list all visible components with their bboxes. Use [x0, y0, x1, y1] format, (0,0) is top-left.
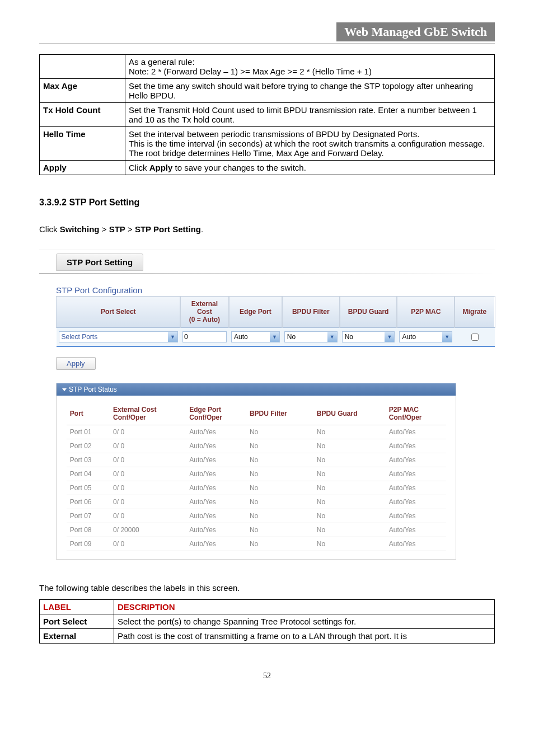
chevron-down-icon: ▼	[442, 332, 452, 342]
param-desc: Click Apply to save your changes to the …	[125, 161, 495, 175]
status-banner[interactable]: STP Port Status	[57, 383, 456, 396]
cell-guard: No	[313, 467, 386, 481]
param-label: Tx Hold Count	[40, 103, 125, 127]
cell-edge: Auto/Yes	[186, 439, 246, 453]
col-bpdu-guard: BPDU Guard	[340, 297, 397, 328]
bpdu-filter-select[interactable]: No ▼	[284, 331, 338, 342]
cell-ext: 0/ 0	[110, 453, 186, 467]
apply-button[interactable]: Apply	[56, 357, 96, 370]
tab-underline	[39, 273, 495, 274]
cell-port: Port 05	[67, 481, 110, 495]
desc-label: Port Select	[40, 614, 114, 629]
col-guard: BPDU Guard	[313, 402, 386, 425]
port-select-dropdown[interactable]: Select Ports ▼	[59, 331, 178, 342]
cell-p2p: Auto/Yes	[386, 467, 446, 481]
screenshot: STP Port Setting STP Port Configuration …	[39, 250, 495, 565]
cell-guard: No	[313, 425, 386, 439]
desc-text: Path cost is the cost of transmitting a …	[114, 629, 495, 644]
bpdu-guard-select[interactable]: No ▼	[342, 331, 395, 342]
page-header-title: Web Managed GbE Switch	[336, 22, 495, 41]
cell-port: Port 01	[67, 425, 110, 439]
cell-filter: No	[246, 509, 313, 523]
cell-port: Port 09	[67, 537, 110, 551]
cell-ext: 0/ 20000	[110, 523, 186, 537]
cell-guard: No	[313, 523, 386, 537]
header-rule	[39, 44, 495, 44]
status-panel: STP Port Status Port External Cost Conf/…	[56, 383, 456, 560]
cell-guard: No	[313, 509, 386, 523]
cell-guard: No	[313, 481, 386, 495]
param-desc: Set the Transmit Hold Count used to limi…	[125, 103, 495, 127]
cell-edge: Auto/Yes	[186, 495, 246, 509]
cell-p2p: Auto/Yes	[386, 439, 446, 453]
page-number: 52	[39, 672, 495, 680]
desc-h-label: LABEL	[40, 600, 114, 614]
cell-ext: 0/ 0	[110, 537, 186, 551]
col-filter: BPDU Filter	[246, 402, 313, 425]
cell-port: Port 04	[67, 467, 110, 481]
config-subtitle: STP Port Configuration	[56, 285, 495, 295]
section-heading: 3.3.9.2 STP Port Setting	[39, 198, 495, 208]
table-row: Port 050/ 0Auto/YesNoNoAuto/Yes	[67, 481, 446, 495]
migrate-checkbox[interactable]	[471, 334, 479, 341]
param-label	[40, 55, 125, 79]
table-row: Port 070/ 0Auto/YesNoNoAuto/Yes	[67, 509, 446, 523]
after-text: The following table describes the labels…	[39, 583, 495, 593]
desc-label: External	[40, 629, 114, 644]
cell-edge: Auto/Yes	[186, 481, 246, 495]
cell-p2p: Auto/Yes	[386, 537, 446, 551]
desc-h-desc: DESCRIPTION	[114, 600, 495, 614]
param-label: Hello Time	[40, 127, 125, 161]
cell-p2p: Auto/Yes	[386, 425, 446, 439]
cell-filter: No	[246, 495, 313, 509]
cell-filter: No	[246, 467, 313, 481]
table-row: Port 040/ 0Auto/YesNoNoAuto/Yes	[67, 467, 446, 481]
col-migrate: Migrate	[455, 297, 494, 328]
col-port-select: Port Select	[57, 297, 180, 328]
param-desc: As a general rule: Note: 2 * (Forward De…	[125, 55, 495, 79]
col-bpdu-filter: BPDU Filter	[282, 297, 340, 328]
cell-filter: No	[246, 523, 313, 537]
cell-p2p: Auto/Yes	[386, 509, 446, 523]
p2p-mac-select[interactable]: Auto ▼	[399, 331, 452, 342]
chevron-down-icon: ▼	[385, 332, 394, 342]
chevron-down-icon: ▼	[168, 332, 177, 342]
table-row: Port 030/ 0Auto/YesNoNoAuto/Yes	[67, 453, 446, 467]
edge-port-select[interactable]: Auto ▼	[231, 331, 280, 342]
table-row: Port 010/ 0Auto/YesNoNoAuto/Yes	[67, 425, 446, 439]
col-p2p-mac: P2P MAC	[397, 297, 455, 328]
cell-ext: 0/ 0	[110, 509, 186, 523]
chevron-down-icon	[62, 388, 67, 391]
ext-cost-input[interactable]	[182, 331, 227, 342]
cell-filter: No	[246, 453, 313, 467]
param-desc: Set the interval between periodic transm…	[125, 127, 495, 161]
chevron-down-icon: ▼	[270, 332, 279, 342]
tab-stp-port-setting[interactable]: STP Port Setting	[56, 253, 143, 271]
cell-p2p: Auto/Yes	[386, 453, 446, 467]
param-desc: Set the time any switch should wait befo…	[125, 79, 495, 103]
cell-port: Port 02	[67, 439, 110, 453]
cell-p2p: Auto/Yes	[386, 523, 446, 537]
cell-p2p: Auto/Yes	[386, 481, 446, 495]
parameter-table: As a general rule: Note: 2 * (Forward De…	[39, 54, 495, 175]
cell-guard: No	[313, 439, 386, 453]
cell-guard: No	[313, 537, 386, 551]
cell-filter: No	[246, 481, 313, 495]
cell-port: Port 03	[67, 453, 110, 467]
col-ext-cost: External Cost (0 = Auto)	[180, 297, 229, 328]
cell-edge: Auto/Yes	[186, 509, 246, 523]
cell-ext: 0/ 0	[110, 439, 186, 453]
cell-filter: No	[246, 439, 313, 453]
config-table: Port Select External Cost (0 = Auto) Edg…	[56, 296, 495, 347]
status-table: Port External Cost Conf/Oper Edge Port C…	[67, 402, 446, 551]
cell-edge: Auto/Yes	[186, 467, 246, 481]
cell-edge: Auto/Yes	[186, 453, 246, 467]
chevron-down-icon: ▼	[327, 332, 337, 342]
cell-port: Port 08	[67, 523, 110, 537]
param-label: Apply	[40, 161, 125, 175]
table-row: Port 060/ 0Auto/YesNoNoAuto/Yes	[67, 495, 446, 509]
cell-edge: Auto/Yes	[186, 523, 246, 537]
param-label: Max Age	[40, 79, 125, 103]
page-header: Web Managed GbE Switch	[39, 22, 495, 41]
cell-filter: No	[246, 537, 313, 551]
